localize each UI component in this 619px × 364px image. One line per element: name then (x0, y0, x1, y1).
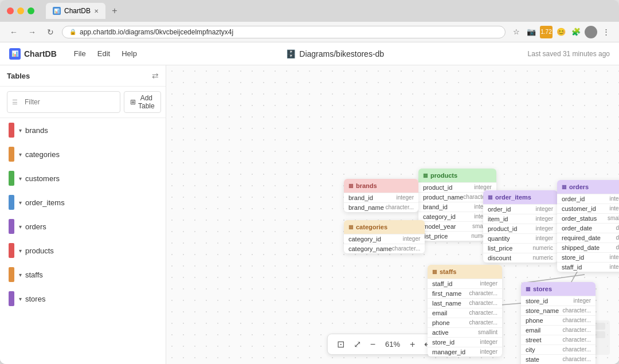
col-name: product_id (423, 184, 452, 191)
sidebar-item-customers[interactable]: ▾ customers ⋯ (0, 166, 166, 190)
fit-view-button[interactable]: ⊡ (335, 338, 347, 351)
menu-file[interactable]: File (68, 46, 92, 61)
col-type: integer (535, 206, 553, 213)
col-name: product_name (423, 194, 463, 201)
sidebar-item-products[interactable]: ▾ products ⋯ (0, 238, 166, 263)
db-table-order_items[interactable]: ▦ order_items order_id integer item_id i… (483, 190, 558, 263)
table-name-label: order_items (25, 198, 150, 207)
menu-help[interactable]: Help (116, 46, 143, 61)
zoom-in-button[interactable]: + (408, 338, 417, 351)
db-table-orders[interactable]: ▦ orders order_id integer customer_id in… (557, 180, 619, 272)
browser-tab[interactable]: 📊 ChartDB ✕ (46, 3, 105, 19)
tab-bar: 📊 ChartDB ✕ + (46, 3, 596, 19)
menu-edit[interactable]: Edit (92, 46, 116, 61)
maximize-button[interactable] (28, 7, 34, 14)
db-table-header-staffs: ▦ staffs (428, 265, 502, 279)
db-table-header-orders: ▦ orders (557, 180, 619, 194)
filter-input[interactable] (20, 96, 115, 108)
profile-avatar[interactable] (585, 26, 597, 38)
address-bar[interactable]: 🔒 app.chartdb.io/diagrams/0kvcbeijcedelm… (62, 26, 506, 38)
table-name-label: customers (25, 174, 150, 183)
sidebar-item-order_items[interactable]: ▾ order_items ⋯ (0, 190, 166, 214)
col-name: staff_id (432, 280, 452, 287)
browser-titlebar: 📊 ChartDB ✕ + (0, 0, 619, 22)
db-table-stores[interactable]: ▦ stores store_id integer store_name cha… (521, 282, 596, 364)
extensions-icon[interactable]: 🧩 (570, 26, 582, 38)
chevron-icon: ▾ (19, 175, 22, 182)
db-table-row: item_id integer (483, 214, 558, 224)
col-name: brand_id (348, 194, 373, 201)
forward-button[interactable]: → (25, 25, 39, 39)
back-button[interactable]: ← (7, 25, 21, 39)
col-name: discount (488, 255, 511, 261)
col-type: character... (386, 204, 414, 211)
db-table-row: category_id integer (344, 234, 425, 244)
diagram-icon: 🗄️ (286, 49, 296, 58)
table-color-indicator (9, 123, 14, 138)
app-menubar: 📊 ChartDB File Edit Help 🗄️ Diagrams/bik… (0, 42, 619, 65)
sidebar-item-staffs[interactable]: ▾ staffs ⋯ (0, 263, 166, 287)
app-body: Tables ⇄ ☰ ⊞ Add Table ▾ bra (0, 65, 619, 364)
close-button[interactable] (7, 7, 14, 14)
table-color-indicator (9, 147, 14, 162)
extension-icon[interactable]: 1.72 (540, 26, 553, 38)
col-name: manager_id (432, 349, 465, 355)
col-type: numeric (532, 245, 553, 252)
col-name: order_id (562, 195, 585, 202)
db-table-header-products: ▦ products (418, 169, 496, 182)
db-table-row: discount numeric (483, 253, 558, 263)
tab-title: ChartDB (64, 7, 91, 15)
sidebar-item-brands[interactable]: ▾ brands ⋯ (0, 118, 166, 142)
db-table-row: store_id integer (557, 252, 619, 262)
canvas-area[interactable]: ⊡ ⤢ − 61% + ↩ ↪ ▦ (166, 65, 619, 364)
logo-text: ChartDB (24, 49, 57, 58)
db-table-header-categories: ▦ categories (344, 220, 425, 234)
diagram-title-text: Diagrams/bikestores-db (299, 49, 384, 58)
zoom-out-button[interactable]: − (368, 338, 378, 351)
db-table-row: brand_name character... (344, 202, 418, 212)
new-tab-button[interactable]: + (108, 4, 122, 18)
db-table-row: store_id integer (521, 296, 596, 306)
db-table-row: first_name character... (428, 288, 502, 298)
col-name: quantity (488, 235, 510, 242)
collapse-sidebar-button[interactable]: ⇄ (152, 71, 159, 80)
db-table-categories[interactable]: ▦ categories category_id integer categor… (344, 220, 425, 253)
db-table-brands[interactable]: ▦ brands brand_id integer brand_name cha… (344, 179, 418, 212)
db-table-row: last_name character... (428, 298, 502, 308)
col-type: integer (480, 280, 497, 287)
db-table-row: order_id integer (557, 194, 619, 203)
screenshot-icon[interactable]: 📷 (525, 26, 538, 38)
menu-icon[interactable]: ⋮ (600, 26, 612, 38)
add-table-button[interactable]: ⊞ Add Table (124, 91, 161, 113)
db-table-row: phone character... (428, 318, 502, 327)
emoji-icon[interactable]: 😊 (555, 26, 567, 38)
tab-close-icon[interactable]: ✕ (94, 8, 99, 14)
col-type: character... (469, 319, 497, 326)
reload-button[interactable]: ↻ (44, 25, 57, 39)
chevron-icon: ▾ (19, 224, 22, 230)
table-db-icon: ▦ (423, 173, 428, 178)
db-table-staffs[interactable]: ▦ staffs staff_id integer first_name cha… (428, 265, 502, 357)
col-type: character... (392, 245, 420, 252)
col-name: active (432, 329, 449, 336)
sidebar-item-categories[interactable]: ▾ categories ⋯ (0, 142, 166, 166)
col-name: list_price (488, 245, 512, 252)
sidebar-header: Tables ⇄ (0, 65, 166, 87)
sidebar-item-stores[interactable]: ▾ stores ⋯ (0, 287, 166, 311)
table-color-indicator (9, 171, 14, 186)
db-table-row: order_date date (557, 223, 619, 233)
col-name: phone (432, 319, 450, 326)
table-db-icon: ▦ (526, 286, 531, 292)
last-saved-text: Last saved 31 minutes ago (528, 50, 610, 58)
sidebar-title: Tables (7, 72, 30, 80)
table-list: ▾ brands ⋯ ▾ categories ⋯ ▾ customers ⋯ … (0, 118, 166, 364)
sidebar-item-orders[interactable]: ▾ orders ⋯ (0, 214, 166, 238)
toolbar-actions: ☆ 📷 1.72 😊 🧩 ⋮ (510, 26, 612, 38)
db-table-row: email character... (428, 308, 502, 318)
expand-button[interactable]: ⤢ (351, 338, 363, 351)
col-name: brand_name (348, 204, 384, 211)
col-name: required_date (562, 234, 601, 241)
browser-frame: 📊 ChartDB ✕ + ← → ↻ 🔒 app.chartdb.io/dia… (0, 0, 619, 364)
minimize-button[interactable] (17, 7, 24, 14)
bookmark-icon[interactable]: ☆ (510, 26, 523, 38)
